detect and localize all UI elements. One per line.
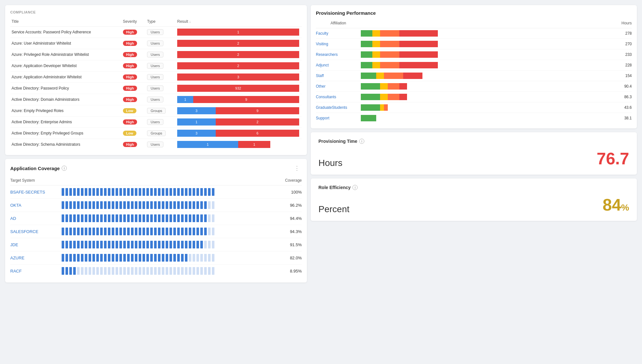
compliance-title-cell: Service Accounts: Password Policy Adhere… bbox=[10, 27, 122, 38]
list-item: Adjunct228 bbox=[316, 60, 632, 71]
compliance-severity-cell: High bbox=[122, 72, 146, 83]
compliance-title-cell: Active Directory: Enterprise Admins bbox=[10, 117, 122, 128]
prov-time-label: Hours bbox=[318, 158, 343, 168]
prov-bar bbox=[361, 71, 600, 81]
compliance-result-cell: 11 bbox=[176, 139, 302, 150]
compliance-title-cell: Azure: Privileged Role Administrator Whi… bbox=[10, 49, 122, 60]
system-name[interactable]: RACF bbox=[10, 264, 62, 278]
prov-bar bbox=[361, 28, 600, 39]
system-name[interactable]: OKTA bbox=[10, 199, 62, 212]
table-row: Active Directory: Domain AdministratorsH… bbox=[10, 94, 302, 105]
table-row: Azure: Application Administrator Whiteli… bbox=[10, 72, 302, 83]
affiliation-name[interactable]: Other bbox=[316, 81, 361, 92]
list-item: SALESFORCE94.3% bbox=[10, 225, 302, 238]
compliance-severity-cell: High bbox=[122, 49, 146, 60]
prov-hours-value: 43.6 bbox=[600, 102, 632, 113]
prov-bar bbox=[361, 81, 600, 92]
prov-hours-value: 86.3 bbox=[600, 92, 632, 102]
coverage-title-text: Application Coverage bbox=[10, 166, 60, 171]
prov-hours-value: 228 bbox=[600, 60, 632, 71]
table-row: Azure: Application Developer WhitelistHi… bbox=[10, 60, 302, 72]
compliance-result-cell: 39 bbox=[176, 105, 302, 117]
list-item: AZURE82.0% bbox=[10, 251, 302, 264]
coverage-bar bbox=[62, 225, 214, 238]
col-coverage: Coverage bbox=[214, 177, 302, 186]
prov-hours-value: 278 bbox=[600, 28, 632, 39]
list-item: Researchers233 bbox=[316, 49, 632, 60]
compliance-type-cell: Users bbox=[146, 49, 176, 60]
role-eff-info-icon[interactable]: i bbox=[352, 185, 358, 190]
prov-time-info-icon[interactable]: i bbox=[359, 139, 364, 144]
list-item: Support38.1 bbox=[316, 113, 632, 124]
prov-bar bbox=[361, 92, 600, 102]
list-item: AD94.4% bbox=[10, 212, 302, 225]
role-eff-label: Percent bbox=[318, 204, 350, 214]
compliance-result-cell: 2 bbox=[176, 60, 302, 72]
provisioning-time-card: Provisioning Time i Hours 76.7 bbox=[311, 132, 637, 175]
prov-bar bbox=[361, 60, 600, 71]
col-system: Target System bbox=[10, 177, 62, 186]
compliance-type-cell: Users bbox=[146, 139, 176, 150]
coverage-pct: 94.3% bbox=[214, 225, 302, 238]
compliance-result-cell: 932 bbox=[176, 83, 302, 94]
compliance-type-cell: Users bbox=[146, 38, 176, 49]
affiliation-name[interactable]: Adjunct bbox=[316, 60, 361, 71]
prov-hours-value: 154 bbox=[600, 71, 632, 81]
coverage-bar bbox=[62, 251, 214, 264]
compliance-title-cell: Azure: Application Administrator Whiteli… bbox=[10, 72, 122, 83]
compliance-result-cell: 3 bbox=[176, 72, 302, 83]
compliance-result-cell: 36 bbox=[176, 128, 302, 139]
compliance-type-cell: Users bbox=[146, 60, 176, 72]
compliance-severity-cell: High bbox=[122, 27, 146, 38]
compliance-type-cell: Users bbox=[146, 72, 176, 83]
role-eff-title: Role Efficiency bbox=[318, 185, 351, 190]
list-item: GraduateStudents43.6 bbox=[316, 102, 632, 113]
prov-bar bbox=[361, 102, 600, 113]
affiliation-name[interactable]: Consultants bbox=[316, 92, 361, 102]
affiliation-name[interactable]: Support bbox=[316, 113, 361, 124]
compliance-result-cell: 2 bbox=[176, 38, 302, 49]
system-name[interactable]: JDE bbox=[10, 238, 62, 251]
system-name[interactable]: BSAFE-SECRETS bbox=[10, 186, 62, 199]
compliance-severity-cell: High bbox=[122, 83, 146, 94]
list-item: OKTA96.2% bbox=[10, 199, 302, 212]
compliance-title-cell: Active Directory: Password Policy bbox=[10, 83, 122, 94]
prov-time-value: 76.7 bbox=[597, 149, 629, 168]
compliance-title-cell: Active Directory: Schema Administrators bbox=[10, 139, 122, 150]
system-name[interactable]: AD bbox=[10, 212, 62, 225]
compliance-table: Title Severity Type Result ↓ Service Acc… bbox=[10, 18, 302, 150]
coverage-menu-icon[interactable]: ⋮ bbox=[292, 164, 302, 172]
table-row: Azure: Privileged Role Administrator Whi… bbox=[10, 49, 302, 60]
list-item: RACF8.95% bbox=[10, 264, 302, 278]
table-row: Active Directory: Password PolicyHighUse… bbox=[10, 83, 302, 94]
compliance-severity-cell: Low bbox=[122, 105, 146, 117]
compliance-title-cell: Azure: Application Developer Whitelist bbox=[10, 60, 122, 72]
affiliation-name[interactable]: Staff bbox=[316, 71, 361, 81]
coverage-bar bbox=[62, 264, 214, 278]
col-type: Type bbox=[146, 18, 176, 27]
coverage-bar bbox=[62, 238, 214, 251]
coverage-info-icon[interactable]: i bbox=[62, 166, 67, 171]
affiliation-name[interactable]: Researchers bbox=[316, 49, 361, 60]
system-name[interactable]: AZURE bbox=[10, 251, 62, 264]
coverage-pct: 82.0% bbox=[214, 251, 302, 264]
system-name[interactable]: SALESFORCE bbox=[10, 225, 62, 238]
prov-bar bbox=[361, 113, 600, 124]
table-row: Azure: User Administrator WhitelistHighU… bbox=[10, 38, 302, 49]
coverage-pct: 94.4% bbox=[214, 212, 302, 225]
affiliation-name[interactable]: Visiting bbox=[316, 39, 361, 49]
compliance-result-cell: 19 bbox=[176, 94, 302, 105]
prov-hours-value: 270 bbox=[600, 39, 632, 49]
prov-hours-value: 233 bbox=[600, 49, 632, 60]
compliance-title-cell: Azure: User Administrator Whitelist bbox=[10, 38, 122, 49]
affiliation-name[interactable]: Faculty bbox=[316, 28, 361, 39]
list-item: Faculty278 bbox=[316, 28, 632, 39]
prov-time-header: Provisioning Time i bbox=[318, 139, 629, 144]
prov-perf-title: Provisioning Performance bbox=[316, 10, 632, 16]
role-eff-header: Role Efficiency i bbox=[318, 185, 629, 190]
table-row: Active Directory: Empty Privileged Group… bbox=[10, 128, 302, 139]
compliance-type-cell: Users bbox=[146, 27, 176, 38]
affiliation-name[interactable]: GraduateStudents bbox=[316, 102, 361, 113]
prov-perf-table: Affiliation Hours Faculty278Visiting270R… bbox=[316, 20, 632, 123]
list-item: BSAFE-SECRETS100% bbox=[10, 186, 302, 199]
